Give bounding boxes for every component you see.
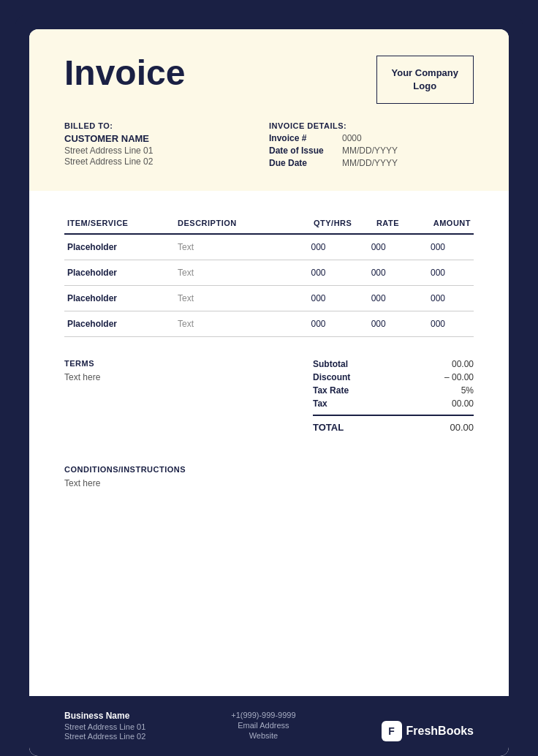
row-rate-2: 000 bbox=[355, 286, 402, 311]
table-row: Placeholder Text 000 000 000 bbox=[64, 260, 474, 286]
due-date-label: Due Date bbox=[269, 158, 342, 168]
row-amount-0: 000 bbox=[402, 234, 474, 260]
items-table: ITEM/SERVICE DESCRIPTION QTY/HRS RATE AM… bbox=[64, 213, 474, 337]
row-item-2: Placeholder bbox=[64, 286, 175, 311]
row-desc-1: Text bbox=[175, 260, 282, 286]
row-desc-0: Text bbox=[175, 234, 282, 260]
invoice-number-label: Invoice # bbox=[269, 133, 342, 143]
row-qty-3: 000 bbox=[282, 311, 355, 337]
header-info: BILLED TO: CUSTOMER NAME Street Address … bbox=[64, 121, 474, 170]
conditions-title: CONDITIONS/INSTRUCTIONS bbox=[64, 465, 474, 474]
logo-line2: Logo bbox=[413, 80, 436, 91]
tax-label: Tax bbox=[313, 398, 371, 409]
invoice-footer: Business Name Street Address Line 01 Str… bbox=[29, 696, 509, 756]
invoice-title: Invoice bbox=[64, 56, 185, 91]
row-rate-0: 000 bbox=[355, 234, 402, 260]
freshbooks-icon: F bbox=[382, 721, 402, 741]
table-row: Placeholder Text 000 000 000 bbox=[64, 311, 474, 337]
date-of-issue-row: Date of Issue MM/DD/YYYY bbox=[269, 145, 474, 156]
tax-value: 00.00 bbox=[430, 398, 474, 409]
col-description: DESCRIPTION bbox=[175, 213, 282, 234]
billed-to-label: BILLED TO: bbox=[64, 121, 269, 130]
row-rate-3: 000 bbox=[355, 311, 402, 337]
terms-title: TERMS bbox=[64, 359, 298, 368]
billed-address-line1: Street Address Line 01 bbox=[64, 145, 269, 156]
conditions-text: Text here bbox=[64, 478, 474, 488]
row-qty-2: 000 bbox=[282, 286, 355, 311]
table-header-row: ITEM/SERVICE DESCRIPTION QTY/HRS RATE AM… bbox=[64, 213, 474, 234]
tax-rate-value: 5% bbox=[430, 385, 474, 396]
row-item-1: Placeholder bbox=[64, 260, 175, 286]
page-wrapper: Invoice Your Company Logo BILLED TO: CUS… bbox=[15, 15, 523, 756]
freshbooks-logo: F FreshBooks bbox=[382, 721, 474, 741]
terms-section: TERMS Text here bbox=[64, 359, 313, 436]
conditions-section: CONDITIONS/INSTRUCTIONS Text here bbox=[64, 465, 474, 488]
footer-right: F FreshBooks bbox=[382, 721, 474, 741]
table-row: Placeholder Text 000 000 000 bbox=[64, 234, 474, 260]
row-qty-1: 000 bbox=[282, 260, 355, 286]
due-date-value: MM/DD/YYYY bbox=[342, 158, 398, 168]
discount-value: – 00.00 bbox=[430, 372, 474, 382]
tax-row: Tax 00.00 bbox=[313, 398, 474, 409]
date-of-issue-label: Date of Issue bbox=[269, 145, 342, 156]
col-item: ITEM/SERVICE bbox=[64, 213, 175, 234]
invoice-number-value: 0000 bbox=[342, 133, 362, 143]
company-logo-box: Your Company Logo bbox=[376, 56, 474, 104]
discount-row: Discount – 00.00 bbox=[313, 372, 474, 382]
invoice-number-row: Invoice # 0000 bbox=[269, 133, 474, 143]
row-qty-0: 000 bbox=[282, 234, 355, 260]
footer-business-name: Business Name bbox=[64, 711, 145, 721]
footer-address-line2: Street Address Line 02 bbox=[64, 732, 145, 741]
row-desc-3: Text bbox=[175, 311, 282, 337]
subtotal-row: Subtotal 00.00 bbox=[313, 359, 474, 369]
footer-address-line1: Street Address Line 01 bbox=[64, 722, 145, 731]
grand-total-row: TOTAL 00.00 bbox=[313, 415, 474, 433]
billed-section: BILLED TO: CUSTOMER NAME Street Address … bbox=[64, 121, 269, 170]
due-date-row: Due Date MM/DD/YYYY bbox=[269, 158, 474, 168]
subtotal-label: Subtotal bbox=[313, 359, 371, 369]
discount-label: Discount bbox=[313, 372, 371, 382]
billed-address-line2: Street Address Line 02 bbox=[64, 156, 269, 167]
invoice-body: ITEM/SERVICE DESCRIPTION QTY/HRS RATE AM… bbox=[29, 191, 509, 696]
bottom-section: TERMS Text here Subtotal 00.00 Discount … bbox=[64, 359, 474, 436]
row-amount-1: 000 bbox=[402, 260, 474, 286]
total-label: TOTAL bbox=[313, 422, 371, 433]
footer-email: Email Address bbox=[231, 721, 295, 730]
totals-section: Subtotal 00.00 Discount – 00.00 Tax Rate… bbox=[313, 359, 474, 436]
subtotal-value: 00.00 bbox=[430, 359, 474, 369]
invoice-header: Invoice Your Company Logo BILLED TO: CUS… bbox=[29, 29, 509, 191]
tax-rate-row: Tax Rate 5% bbox=[313, 385, 474, 396]
freshbooks-brand-name: FreshBooks bbox=[406, 725, 474, 738]
row-amount-3: 000 bbox=[402, 311, 474, 337]
total-value: 00.00 bbox=[430, 422, 474, 433]
table-row: Placeholder Text 000 000 000 bbox=[64, 286, 474, 311]
customer-name: CUSTOMER NAME bbox=[64, 133, 269, 144]
invoice-card: Invoice Your Company Logo BILLED TO: CUS… bbox=[29, 29, 509, 756]
row-desc-2: Text bbox=[175, 286, 282, 311]
header-top: Invoice Your Company Logo bbox=[64, 56, 474, 104]
terms-text: Text here bbox=[64, 372, 298, 382]
row-item-3: Placeholder bbox=[64, 311, 175, 337]
date-of-issue-value: MM/DD/YYYY bbox=[342, 145, 398, 156]
footer-left: Business Name Street Address Line 01 Str… bbox=[64, 711, 145, 741]
col-rate: RATE bbox=[355, 213, 402, 234]
footer-website: Website bbox=[231, 731, 295, 740]
col-amount: AMOUNT bbox=[402, 213, 474, 234]
footer-phone: +1(999)-999-9999 bbox=[231, 711, 295, 719]
invoice-details-label: INVOICE DETAILS: bbox=[269, 121, 474, 130]
col-qty: QTY/HRS bbox=[282, 213, 355, 234]
invoice-details-section: INVOICE DETAILS: Invoice # 0000 Date of … bbox=[269, 121, 474, 170]
freshbooks-icon-letter: F bbox=[388, 725, 395, 737]
row-rate-1: 000 bbox=[355, 260, 402, 286]
logo-line1: Your Company bbox=[392, 67, 459, 78]
footer-center: +1(999)-999-9999 Email Address Website bbox=[231, 711, 295, 741]
row-item-0: Placeholder bbox=[64, 234, 175, 260]
row-amount-2: 000 bbox=[402, 286, 474, 311]
tax-rate-label: Tax Rate bbox=[313, 385, 371, 396]
